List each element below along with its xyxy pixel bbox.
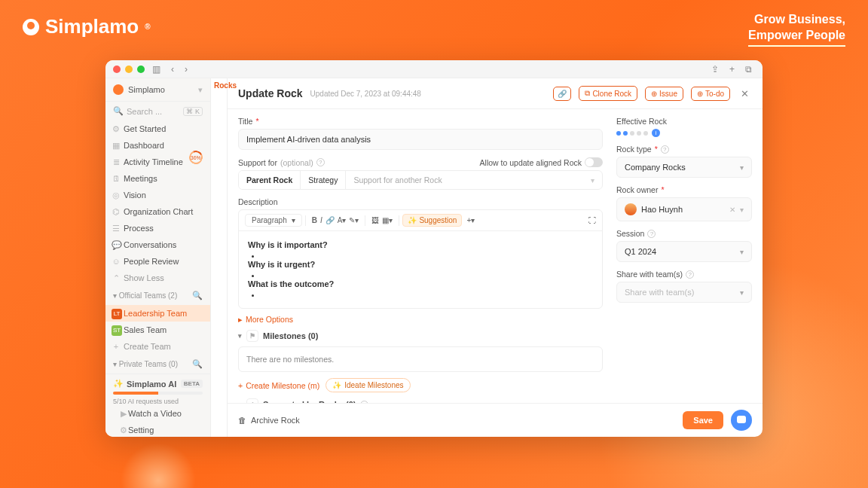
watch-video[interactable]: ▶Watch a Video [113, 405, 203, 422]
milestones-section[interactable]: ▾⚑Milestones (0) [238, 330, 603, 342]
sidebar-item-get-started[interactable]: ⚙Get Started [105, 120, 210, 137]
milestones-empty: There are no milestones. [238, 346, 603, 372]
chat-icon: 💬 [112, 240, 121, 250]
share-teams-select[interactable]: Share with team(s)▾ [616, 282, 752, 303]
show-less-button[interactable]: ⌃Show Less [105, 270, 210, 286]
description-editor: Paragraph▾ B I 🔗 A▾ ✎▾ 🖼 [238, 209, 603, 309]
sidebar: Simplamo ▾ 🔍 Search ... ⌘ K 36% ⚙Get Sta… [105, 78, 211, 437]
play-icon: ▶ [119, 409, 128, 419]
team-badge-icon: ST [112, 325, 122, 336]
beta-badge: BETA [181, 380, 203, 388]
effective-rock-rating[interactable]: i [616, 129, 752, 137]
team-leadership[interactable]: LTLeadership Team [105, 305, 210, 322]
save-button[interactable]: Save [683, 411, 723, 429]
rocks-tab[interactable]: Rocks [214, 81, 237, 90]
table-button[interactable]: ▦▾ [382, 216, 393, 224]
ideate-milestones-button[interactable]: ✨Ideate Milestones [326, 378, 410, 392]
help-icon[interactable]: ? [686, 270, 694, 279]
sidebar-item-activity[interactable]: ≣Activity Timeline [105, 154, 210, 170]
title-input[interactable] [238, 129, 603, 150]
search-input[interactable]: 🔍 Search ... ⌘ K [105, 102, 210, 120]
help-icon[interactable]: ? [316, 158, 325, 166]
seg-parent-rock[interactable]: Parent Rock [239, 171, 301, 189]
workspace-switcher[interactable]: Simplamo ▾ [105, 78, 210, 102]
info-icon[interactable]: i [652, 129, 660, 137]
sidebar-item-process[interactable]: ☰Process [105, 220, 210, 236]
description-label: Description [238, 197, 603, 206]
add-icon[interactable]: + [726, 64, 738, 75]
ai-section[interactable]: ✨ Simplamo AI BETA [113, 379, 203, 389]
allow-update-toggle[interactable] [585, 157, 603, 167]
text-color-button[interactable]: A▾ [338, 216, 347, 224]
ai-usage-text: 5/10 AI requests used [113, 398, 203, 405]
bold-button[interactable]: B [312, 216, 317, 224]
setting[interactable]: ⚙Setting [113, 422, 203, 437]
editor-content[interactable]: Why is it important? Why is it urgent? W… [239, 231, 602, 308]
link-button[interactable]: 🔗 [326, 216, 335, 224]
copy-icon[interactable]: ⧉ [742, 64, 755, 75]
official-teams-header[interactable]: ▾ Official Teams (2)🔍 [105, 286, 210, 305]
chevron-down-icon: ▾ [740, 163, 744, 172]
more-insert-button[interactable]: +▾ [466, 216, 475, 224]
sparkle-icon: ✨ [408, 216, 417, 224]
ai-usage-bar [113, 392, 203, 395]
close-dot[interactable] [113, 66, 121, 73]
clear-icon[interactable]: ✕ [729, 206, 735, 214]
sidebar-item-conversations[interactable]: 💬Conversations [105, 236, 210, 253]
rock-type-select[interactable]: Company Rocks▾ [616, 157, 752, 178]
rock-owner-select[interactable]: Hao Huynh ✕▾ [616, 197, 752, 221]
window-titlebar: ▥ ‹ › ⇪ + ⧉ [105, 60, 763, 78]
nav-back-icon[interactable]: ‹ [168, 64, 177, 75]
link-button[interactable]: 🔗 [553, 87, 571, 101]
archive-button[interactable]: 🗑Archive Rock [238, 416, 300, 425]
session-select[interactable]: Q1 2024▾ [616, 241, 752, 262]
caret-down-icon: ▾ [238, 332, 242, 340]
list-icon: ☰ [112, 224, 121, 233]
chat-fab[interactable] [731, 410, 752, 431]
search-icon[interactable]: 🔍 [192, 291, 203, 300]
sidebar-item-meetings[interactable]: 🗓Meetings [105, 170, 210, 187]
timeline-icon: ≣ [112, 157, 121, 167]
issue-button[interactable]: ⊕Issue [645, 87, 683, 101]
avatar [625, 203, 637, 215]
seg-strategy[interactable]: Strategy [301, 171, 346, 189]
suggestion-button[interactable]: ✨Suggestion [402, 214, 462, 227]
sparkle-icon: ✨ [113, 379, 124, 389]
rock-type-label: Rock type*? [616, 145, 752, 154]
help-icon[interactable]: ? [661, 145, 669, 154]
support-segmented: Parent Rock Strategy Support for another… [238, 170, 603, 190]
zoom-dot[interactable] [137, 66, 145, 73]
italic-button[interactable]: I [320, 216, 322, 224]
help-icon[interactable]: ? [647, 230, 656, 238]
team-sales[interactable]: STSales Team [105, 322, 210, 338]
share-icon[interactable]: ⇪ [708, 64, 722, 75]
close-button[interactable]: ✕ [738, 88, 752, 99]
search-shortcut: ⌘ K [183, 107, 203, 116]
private-teams-header[interactable]: ▾ Private Teams (0)🔍 [105, 355, 210, 374]
todo-button[interactable]: ⊕To-do [691, 87, 730, 101]
image-button[interactable]: 🖼 [371, 216, 379, 224]
gear-icon: ⚙ [119, 425, 128, 435]
updated-timestamp: Updated Dec 7, 2023 at 09:44:48 [310, 90, 421, 98]
more-options-button[interactable]: ▸More Options [238, 315, 603, 324]
sidebar-item-vision[interactable]: ◎Vision [105, 187, 210, 203]
create-milestone-button[interactable]: +Create Milestone (m) [238, 381, 319, 390]
expand-icon[interactable]: ⛶ [588, 216, 596, 224]
minimize-dot[interactable] [125, 66, 133, 73]
chevron-up-icon: ⌃ [112, 273, 121, 283]
search-icon: 🔍 [113, 106, 124, 116]
workspace-name: Simplamo [128, 85, 165, 94]
paragraph-select[interactable]: Paragraph▾ [245, 214, 302, 227]
main-panel: Update Rock Updated Dec 7, 2023 at 09:44… [228, 78, 763, 437]
create-team-button[interactable]: +Create Team [105, 338, 210, 355]
plus-circle-icon: ⊕ [697, 90, 703, 98]
nav-forward-icon[interactable]: › [182, 64, 191, 75]
clone-rock-button[interactable]: ⧉Clone Rock [579, 86, 637, 101]
sidebar-item-org-chart[interactable]: ⌬Organization Chart [105, 203, 210, 220]
support-select[interactable]: Support for another Rock▾ [346, 171, 602, 189]
sidebar-item-dashboard[interactable]: ▦Dashboard [105, 137, 210, 154]
sidebar-toggle-icon[interactable]: ▥ [149, 64, 164, 75]
highlight-button[interactable]: ✎▾ [349, 216, 359, 224]
search-icon[interactable]: 🔍 [192, 359, 203, 369]
sidebar-item-people-review[interactable]: ☺People Review [105, 253, 210, 270]
